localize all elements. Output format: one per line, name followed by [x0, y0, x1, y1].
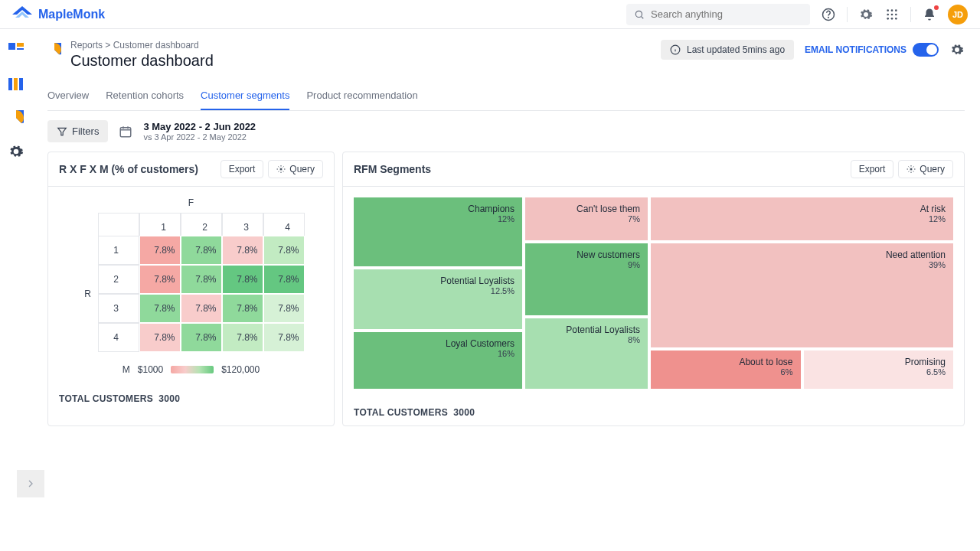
treemap-tile[interactable]: Potential Loyalists12.5% — [354, 269, 522, 329]
svg-rect-14 — [17, 43, 24, 47]
search-icon — [634, 9, 645, 20]
gear-icon — [906, 165, 916, 174]
treemap-tile[interactable]: Promising6.5% — [804, 350, 954, 389]
email-notifications-toggle[interactable]: EMAIL NOTIFICATIONS — [805, 43, 939, 57]
treemap: Champions12%Potential Loyalists12.5%Loya… — [354, 197, 953, 389]
divider — [910, 7, 911, 22]
rfm-heatmap: R123417.8%7.8%7.8%7.8%27.8%7.8%7.8%7.8%3… — [78, 213, 305, 352]
search-field[interactable] — [651, 8, 802, 20]
date-range[interactable]: 3 May 2022 - 2 Jun 2022 vs 3 Apr 2022 - … — [143, 121, 256, 142]
dashboard-icon[interactable] — [8, 43, 24, 58]
treemap-tile[interactable]: About to lose6% — [651, 350, 801, 389]
page-gear-icon[interactable] — [949, 42, 965, 57]
avatar[interactable]: JD — [948, 5, 968, 24]
svg-point-7 — [887, 13, 889, 15]
page-pie-icon — [47, 43, 61, 57]
tabs: Overview Retention cohorts Customer segm… — [47, 82, 965, 111]
gear-icon — [276, 165, 286, 174]
legend: M $1000 $120,000 — [59, 364, 323, 375]
svg-point-11 — [891, 18, 893, 20]
toolbar: Filters 3 May 2022 - 2 Jun 2022 vs 3 Apr… — [47, 111, 965, 152]
tab-retention-cohorts[interactable]: Retention cohorts — [106, 82, 184, 110]
svg-rect-15 — [17, 48, 24, 50]
bell-icon[interactable] — [922, 7, 937, 22]
last-updated-chip: Last updated 5mins ago — [661, 40, 794, 60]
total-customers: TOTAL CUSTOMERS 3000 — [48, 386, 334, 412]
svg-rect-16 — [8, 78, 12, 90]
expand-sidebar-button[interactable] — [17, 470, 44, 497]
svg-rect-23 — [121, 127, 132, 136]
query-button[interactable]: Query — [268, 160, 323, 178]
rfm-heatmap-panel: R X F X M (% of customers) Export Query … — [47, 152, 335, 426]
svg-point-28 — [910, 168, 913, 171]
svg-point-3 — [828, 17, 829, 18]
apps-icon[interactable] — [884, 7, 900, 22]
tab-overview[interactable]: Overview — [47, 82, 89, 110]
gradient-bar — [171, 366, 214, 373]
export-button[interactable]: Export — [851, 160, 894, 178]
help-icon[interactable] — [821, 7, 836, 22]
breadcrumb[interactable]: Reports > Customer dashboard — [70, 40, 214, 51]
treemap-tile[interactable]: At risk12% — [651, 197, 953, 240]
treemap-tile[interactable]: Need attention39% — [651, 243, 953, 347]
total-customers: TOTAL CUSTOMERS 3000 — [343, 399, 964, 425]
rfm-segments-panel: RFM Segments Export Query Champions12%Po… — [342, 152, 965, 426]
settings-icon[interactable] — [8, 144, 24, 159]
svg-point-4 — [887, 9, 889, 11]
brand-name: MapleMonk — [38, 8, 105, 21]
f-axis-label: F — [59, 197, 323, 208]
main-content: Reports > Customer dashboard Customer da… — [32, 29, 980, 551]
svg-point-8 — [891, 13, 893, 15]
treemap-tile[interactable]: Can't lose them7% — [525, 197, 648, 240]
top-header: MapleMonk JD — [0, 0, 980, 29]
svg-point-9 — [895, 13, 897, 15]
pie-chart-icon[interactable] — [8, 110, 24, 126]
svg-point-12 — [895, 18, 897, 20]
logo-icon — [12, 6, 32, 23]
toggle-switch[interactable] — [913, 43, 939, 57]
query-button[interactable]: Query — [898, 160, 953, 178]
svg-marker-22 — [58, 128, 67, 135]
export-button[interactable]: Export — [220, 160, 264, 178]
brand-logo[interactable]: MapleMonk — [12, 6, 105, 23]
tab-customer-segments[interactable]: Customer segments — [201, 82, 289, 110]
columns-icon[interactable] — [8, 77, 24, 92]
filters-button[interactable]: Filters — [47, 120, 108, 142]
filter-icon — [57, 126, 67, 137]
page-title: Customer dashboard — [70, 52, 214, 70]
svg-point-5 — [891, 9, 893, 11]
divider — [847, 7, 848, 22]
treemap-tile[interactable]: New customers9% — [525, 243, 648, 315]
svg-rect-13 — [8, 43, 15, 50]
treemap-tile[interactable]: Potential Loyalists8% — [525, 318, 648, 389]
treemap-tile[interactable]: Champions12% — [354, 197, 522, 266]
panel-title: RFM Segments — [354, 163, 431, 175]
svg-line-1 — [642, 16, 644, 18]
search-input[interactable] — [626, 4, 810, 25]
gear-icon[interactable] — [858, 7, 874, 22]
calendar-icon[interactable] — [119, 125, 132, 139]
info-icon — [670, 44, 681, 55]
panel-title: R X F X M (% of customers) — [59, 163, 198, 175]
svg-point-0 — [635, 11, 642, 17]
treemap-tile[interactable]: Loyal Customers16% — [354, 332, 522, 389]
svg-point-27 — [280, 168, 283, 171]
svg-point-10 — [887, 18, 889, 20]
svg-rect-18 — [19, 78, 23, 90]
svg-rect-17 — [14, 78, 18, 90]
svg-point-6 — [895, 9, 897, 11]
tab-product-recommendation[interactable]: Product recommendation — [306, 82, 417, 110]
